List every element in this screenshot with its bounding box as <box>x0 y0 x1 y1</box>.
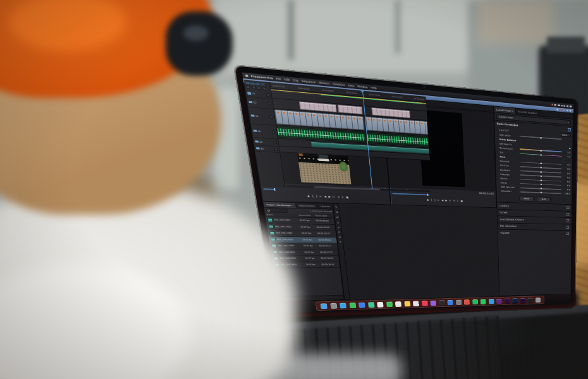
mute-button[interactable] <box>274 148 278 151</box>
menu-item-edit[interactable]: Edit <box>284 78 290 81</box>
slider-handle[interactable] <box>541 167 542 169</box>
source-patch[interactable] <box>248 101 252 104</box>
clip-row-mvi-7843-mov[interactable]: MVI_7843.MOV29.97 fps00:03:45:02 <box>269 236 337 243</box>
go-to-out-button[interactable]: ⇥ <box>453 200 455 202</box>
section-vignette[interactable]: Vignette <box>498 229 571 237</box>
track-lock-button[interactable] <box>267 102 271 105</box>
program-scrub-handle[interactable] <box>427 194 429 196</box>
add-marker-button[interactable]: ◆ <box>427 199 429 202</box>
dock-icon-maps[interactable] <box>368 302 375 308</box>
slider-handle[interactable] <box>541 192 542 193</box>
slider-handle[interactable] <box>541 175 542 177</box>
section-checkbox[interactable] <box>567 226 569 229</box>
dock-icon-photoshop[interactable] <box>512 298 517 303</box>
control-center-icon[interactable] <box>567 105 568 107</box>
recording-indicator-icon[interactable] <box>552 104 553 105</box>
export-frame-button[interactable]: ▣ <box>460 200 463 203</box>
column-media-start[interactable]: Media Start <box>315 214 333 217</box>
insert-button[interactable]: ↧ <box>456 200 458 202</box>
basic-correction-checkbox[interactable] <box>568 128 571 131</box>
slider-handle[interactable] <box>540 150 541 152</box>
dock-icon-messages[interactable] <box>349 303 356 308</box>
dock-icon-facetime[interactable] <box>386 301 393 307</box>
dock-icon-notes[interactable] <box>404 301 410 306</box>
dock-icon-chrome[interactable] <box>464 299 470 304</box>
step-forward-button[interactable]: ▷ <box>449 200 451 202</box>
tab-libraries[interactable]: Libraries <box>317 203 333 209</box>
dock-icon-whatsapp[interactable] <box>481 299 486 304</box>
slider-handle[interactable] <box>541 162 542 164</box>
dock-icon-telegram[interactable] <box>489 299 494 304</box>
step-back-button[interactable]: ◀ <box>441 200 443 202</box>
track-lock-button[interactable] <box>269 116 273 119</box>
menu-item-view[interactable]: View <box>348 84 355 88</box>
section-checkbox[interactable] <box>567 213 569 216</box>
hand-tool[interactable]: H <box>339 236 341 239</box>
slip-tool[interactable]: ≍ <box>338 227 340 229</box>
eyedropper-icon[interactable] <box>569 147 571 149</box>
menu-item-window[interactable]: Window <box>357 85 368 89</box>
type-tool[interactable]: T <box>340 241 341 244</box>
source-patch[interactable] <box>251 114 255 117</box>
insert-button[interactable]: ↧ <box>341 196 344 198</box>
battery-icon[interactable] <box>558 104 560 106</box>
pen-tool[interactable]: P <box>338 231 340 234</box>
dock-icon-calendar[interactable] <box>395 301 401 307</box>
menu-item-markers[interactable]: Markers <box>319 81 330 85</box>
play-button[interactable]: ▶ <box>445 200 447 202</box>
tab-lumetri-color[interactable]: Lumetri Color <box>494 106 516 114</box>
apple-menu-icon[interactable] <box>245 75 248 77</box>
dock-icon-premiere-pro[interactable] <box>505 298 510 303</box>
dock-icon-podcasts[interactable] <box>431 300 437 306</box>
track-header-a3[interactable]: A3 <box>254 145 279 153</box>
source-scrub-handle[interactable] <box>274 188 276 191</box>
source-patch[interactable] <box>255 140 258 143</box>
slider-handle[interactable] <box>541 184 542 186</box>
timeline-settings-icon[interactable] <box>262 87 266 90</box>
add-marker-icon[interactable] <box>257 86 260 90</box>
dock-icon-finder[interactable] <box>321 303 328 309</box>
dock-icon-reminders[interactable] <box>413 301 419 306</box>
menu-item-help[interactable]: Help <box>371 86 377 90</box>
mark-in-button[interactable]: { <box>431 199 432 202</box>
dock-icon-app-store[interactable] <box>448 300 453 305</box>
tab-project-nike-feranger[interactable]: Project: nike-feranger <box>264 202 297 208</box>
slider-handle[interactable] <box>541 171 542 173</box>
clock-icon[interactable] <box>570 105 572 107</box>
section-checkbox[interactable] <box>567 232 569 236</box>
slider-handle[interactable] <box>541 154 542 156</box>
track-header-a1[interactable]: A1 <box>251 124 278 139</box>
dock-icon-safari[interactable] <box>340 303 346 308</box>
column-name[interactable]: Name <box>266 214 298 217</box>
track-lock-button[interactable] <box>266 93 270 97</box>
go-to-in-button[interactable]: ⇤ <box>319 195 322 198</box>
add-marker-button[interactable]: ◆ <box>307 195 310 198</box>
export-frame-button[interactable]: ▣ <box>346 196 349 199</box>
source-patch[interactable] <box>256 147 259 150</box>
track-header-v1[interactable]: V1 <box>248 107 276 126</box>
timeline-clip[interactable] <box>338 104 363 114</box>
reset-button[interactable]: Reset <box>519 196 534 202</box>
dock-icon-system-preferences[interactable] <box>456 299 462 304</box>
dock-icon-photos[interactable] <box>377 302 383 308</box>
dock-icon-after-effects[interactable] <box>520 298 525 303</box>
mark-out-button[interactable]: } <box>315 195 317 198</box>
section-checkbox[interactable] <box>567 206 569 209</box>
selection-tool[interactable]: ↖ <box>335 206 338 208</box>
source-patch[interactable] <box>254 129 257 132</box>
slider-handle[interactable] <box>540 137 541 139</box>
dock-icon-mail[interactable] <box>358 302 365 308</box>
slider-handle[interactable] <box>541 179 542 181</box>
auto-button[interactable]: Auto <box>537 196 551 202</box>
column-frame-rate[interactable]: Frame Rate <box>298 214 315 217</box>
mute-button[interactable] <box>273 141 277 144</box>
menu-item-sequence[interactable]: Sequence <box>301 80 315 84</box>
linked-selection-icon[interactable] <box>252 86 255 90</box>
search-input[interactable] <box>266 208 288 212</box>
mark-out-button[interactable]: } <box>434 199 436 202</box>
dock-icon-slack[interactable] <box>496 299 502 304</box>
tab-media-browser[interactable]: Media Browser <box>296 203 319 208</box>
dock-icon-trash[interactable] <box>536 298 541 303</box>
dock-icon-launchpad[interactable] <box>330 303 337 309</box>
dock-icon-music[interactable] <box>422 301 428 306</box>
